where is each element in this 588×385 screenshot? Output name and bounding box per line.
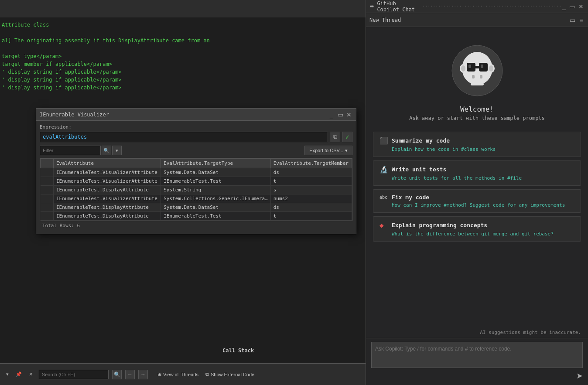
col-target-type-header: EvalAttribute.TargetType bbox=[161, 159, 270, 168]
card-desc: How can I improve #method? Suggest code … bbox=[392, 202, 574, 208]
table-body: IEnumerableTest.VisualizerAttribute Syst… bbox=[41, 168, 352, 221]
call-stack-nav-back[interactable]: ← bbox=[125, 370, 135, 379]
panel-toggle-button[interactable]: ▾ bbox=[3, 371, 11, 378]
svg-point-8 bbox=[461, 65, 465, 72]
prompt-card-summarize[interactable]: ⬛ Summarize my code Explain how the code… bbox=[373, 132, 581, 157]
code-line: target type</param> bbox=[2, 52, 365, 60]
visualizer-title: IEnumerable Visualizer bbox=[40, 112, 109, 118]
new-thread-label: New Thread bbox=[369, 17, 401, 23]
table-row[interactable]: IEnumerableTest.DisplayAttribute System.… bbox=[41, 186, 352, 194]
panel-pin-button[interactable]: 📌 bbox=[13, 371, 24, 378]
card-title: Write unit tests bbox=[392, 166, 446, 173]
cell-eval-attribute: IEnumerableTest.DisplayAttribute bbox=[54, 186, 161, 194]
table-row[interactable]: IEnumerableTest.VisualizerAttribute Syst… bbox=[41, 168, 352, 177]
input-footer: ➤ bbox=[371, 371, 583, 381]
bottom-panel: ▾ 📌 ✕ 🔍 ← → ⊞ View all Threads ⧉ Show Ex… bbox=[0, 363, 366, 385]
toolbar-expand-button[interactable]: ▭ bbox=[568, 17, 577, 24]
close-button[interactable]: ✕ bbox=[345, 111, 352, 118]
prompt-card-explain-concepts[interactable]: ◆ Explain programming concepts What is t… bbox=[373, 216, 581, 242]
card-header: ◆ Explain programming concepts bbox=[379, 221, 574, 229]
table-row[interactable]: IEnumerableTest.VisualizerAttribute IEnu… bbox=[41, 177, 352, 186]
svg-rect-14 bbox=[481, 65, 483, 68]
cell-eval-attribute: IEnumerableTest.VisualizerAttribute bbox=[54, 168, 161, 177]
card-header: abc Fix my code bbox=[379, 194, 574, 201]
copilot-avatar-image bbox=[451, 44, 503, 97]
send-button[interactable]: ➤ bbox=[576, 371, 583, 381]
visualizer-titlebar: IEnumerable Visualizer _ ▭ ✕ bbox=[36, 109, 356, 121]
prompt-card-fix-code[interactable]: abc Fix my code How can I improve #metho… bbox=[373, 189, 581, 213]
filter-dropdown-button[interactable]: ▾ bbox=[112, 146, 122, 155]
expression-copy-button[interactable]: ⧉ bbox=[330, 132, 340, 142]
call-stack-nav-forward[interactable]: → bbox=[138, 370, 148, 379]
col-target-member-header: EvalAttribute.TargetMember bbox=[270, 159, 352, 168]
minimize-button[interactable]: _ bbox=[328, 111, 335, 118]
maximize-button[interactable]: ▭ bbox=[337, 111, 344, 118]
panel-close-button[interactable]: ✕ bbox=[26, 371, 35, 378]
svg-point-2 bbox=[370, 5, 371, 6]
expression-row: ⧉ ✓ bbox=[40, 132, 352, 142]
toolbar-settings-button[interactable]: ≡ bbox=[578, 17, 585, 24]
table-row[interactable]: IEnumerableTest.VisualizerAttribute Syst… bbox=[41, 194, 352, 203]
copilot-toolbar: New Thread ▭ ≡ bbox=[366, 13, 588, 27]
card-title: Fix my code bbox=[392, 194, 429, 201]
copilot-panel: GitHub Copilot Chat ····················… bbox=[366, 0, 588, 385]
cell-target-type: System.Collections.Generic.IEnumerable`1… bbox=[161, 194, 270, 203]
cell-target-type: IEnumerableTest.Test bbox=[161, 177, 270, 186]
filter-input[interactable] bbox=[40, 146, 101, 155]
status-bar: Total Rows: 6 bbox=[40, 221, 352, 230]
svg-rect-13 bbox=[468, 65, 471, 68]
col-eval-attribute-header: EvalAttribute bbox=[54, 159, 161, 168]
left-panel: Attribute class al] The originating asse… bbox=[0, 0, 366, 385]
expression-label: Expression: bbox=[40, 124, 352, 130]
external-icon: ⧉ bbox=[205, 371, 209, 377]
chat-input[interactable] bbox=[371, 342, 583, 368]
row-index bbox=[41, 168, 54, 177]
table-row[interactable]: IEnumerableTest.DisplayAttribute System.… bbox=[41, 203, 352, 212]
svg-rect-17 bbox=[471, 83, 484, 85]
welcome-subtitle: Ask away or start with these sample prom… bbox=[409, 115, 545, 121]
card-icon: ◆ bbox=[379, 221, 388, 229]
copilot-close-button[interactable]: ✕ bbox=[578, 3, 585, 10]
svg-point-9 bbox=[489, 65, 493, 72]
cell-eval-attribute: IEnumerableTest.DisplayAttribute bbox=[54, 212, 161, 221]
code-line: ' display string if applicable</param> bbox=[2, 76, 365, 84]
card-icon: abc bbox=[379, 195, 388, 200]
copilot-avatar bbox=[451, 44, 503, 98]
total-rows-label: Total Rows: 6 bbox=[42, 223, 80, 228]
code-line: target member if applicable</param> bbox=[2, 60, 365, 68]
svg-point-3 bbox=[373, 5, 373, 6]
row-index bbox=[41, 203, 54, 212]
threads-icon: ⊞ bbox=[157, 371, 161, 377]
row-index bbox=[41, 194, 54, 203]
prompt-cards: ⬛ Summarize my code Explain how the code… bbox=[366, 132, 588, 242]
expression-input[interactable] bbox=[40, 132, 328, 142]
prompt-card-unit-tests[interactable]: 🔬 Write unit tests Write unit tests for … bbox=[373, 160, 581, 186]
call-stack-search-input[interactable] bbox=[39, 370, 109, 379]
expression-run-button[interactable]: ✓ bbox=[342, 132, 352, 142]
export-label: Export to CSV... bbox=[309, 148, 343, 153]
filter-search-button[interactable]: 🔍 bbox=[102, 146, 111, 155]
view-all-threads-label: View all Threads bbox=[163, 372, 198, 377]
export-csv-button[interactable]: Export to CSV... ▾ bbox=[304, 146, 352, 155]
table-row[interactable]: IEnumerableTest.DisplayAttribute IEnumer… bbox=[41, 212, 352, 221]
filter-row: 🔍 ▾ Export to CSV... ▾ bbox=[40, 146, 352, 155]
copilot-title: GitHub Copilot Chat ····················… bbox=[369, 0, 561, 13]
copilot-icon bbox=[369, 3, 374, 10]
code-line: al] The originating assembly if this Dis… bbox=[2, 37, 365, 44]
svg-rect-16 bbox=[480, 75, 482, 78]
cell-target-type: IEnumerableTest.Test bbox=[161, 212, 270, 221]
cell-eval-attribute: IEnumerableTest.DisplayAttribute bbox=[54, 203, 161, 212]
cell-target-member: t bbox=[270, 212, 352, 221]
call-stack-search-button[interactable]: 🔍 bbox=[112, 370, 122, 379]
copilot-minimize-button[interactable]: _ bbox=[561, 3, 567, 10]
col-index-header bbox=[41, 159, 54, 168]
card-header: 🔬 Write unit tests bbox=[379, 165, 574, 174]
show-external-code-button[interactable]: ⧉ Show External Code bbox=[203, 371, 257, 378]
row-index bbox=[41, 186, 54, 194]
cell-eval-attribute: IEnumerableTest.VisualizerAttribute bbox=[54, 177, 161, 186]
view-all-threads-button[interactable]: ⊞ View all Threads bbox=[155, 371, 201, 378]
cell-target-member: s bbox=[270, 186, 352, 194]
copilot-restore-button[interactable]: ▭ bbox=[568, 3, 576, 10]
data-table: EvalAttribute EvalAttribute.TargetType E… bbox=[40, 158, 352, 221]
card-header: ⬛ Summarize my code bbox=[379, 136, 574, 145]
